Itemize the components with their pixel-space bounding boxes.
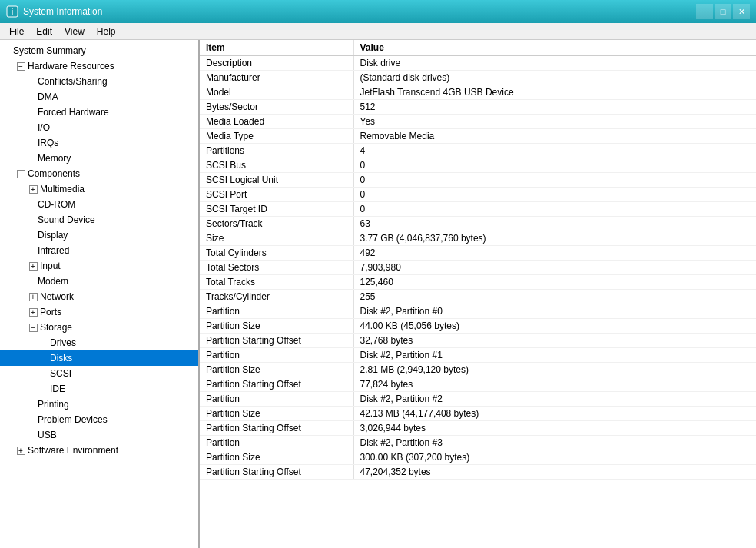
- table-row: Partition Size300.00 KB (307,200 bytes): [200, 450, 756, 465]
- table-row: Sectors/Track63: [200, 217, 756, 231]
- tree-item-dma[interactable]: DMA: [0, 89, 198, 105]
- cell-value-10: 0: [353, 202, 756, 217]
- expand-icon-conflicts: [28, 75, 38, 88]
- cell-value-26: Disk #2, Partition #3: [353, 436, 756, 450]
- menu-item-edit[interactable]: Edit: [30, 25, 58, 38]
- detail-panel: Item Value DescriptionDisk driveManufact…: [200, 40, 756, 548]
- cell-item-3: Bytes/Sector: [200, 100, 353, 115]
- tree-item-sound-device[interactable]: Sound Device: [0, 212, 198, 228]
- tree-item-scsi[interactable]: SCSI: [0, 366, 198, 381]
- cell-value-11: 63: [353, 217, 756, 231]
- cell-item-17: Partition: [200, 304, 353, 319]
- expand-icon-multimedia[interactable]: +: [28, 183, 40, 195]
- cell-value-23: Disk #2, Partition #2: [353, 392, 756, 407]
- tree-item-disks[interactable]: Disks: [0, 350, 198, 366]
- cell-value-5: Removable Media: [353, 129, 756, 144]
- expand-icon-system-summary: [3, 45, 13, 57]
- table-row: Partition Starting Offset47,204,352 byte…: [200, 465, 756, 480]
- table-row: SCSI Bus0: [200, 158, 756, 173]
- tree-panel[interactable]: System Summary−Hardware ResourcesConflic…: [0, 40, 200, 548]
- tree-item-multimedia[interactable]: +Multimedia: [0, 181, 198, 197]
- tree-label-storage: Storage: [40, 322, 72, 333]
- table-row: PartitionDisk #2, Partition #1: [200, 348, 756, 363]
- expand-icon-irqs: [28, 137, 38, 149]
- expand-icon-software-environment[interactable]: +: [15, 444, 28, 457]
- expand-icon-ide: [40, 383, 50, 395]
- table-row: SCSI Port0: [200, 188, 756, 202]
- menu-item-view[interactable]: View: [58, 25, 91, 38]
- table-row: SCSI Target ID0: [200, 202, 756, 217]
- tree-label-display: Display: [38, 230, 68, 241]
- tree-item-ports[interactable]: +Ports: [0, 304, 198, 320]
- tree-label-dma: DMA: [38, 91, 58, 102]
- expand-icon-problem-devices: [28, 413, 38, 426]
- tree-item-input[interactable]: +Input: [0, 258, 198, 274]
- tree-item-storage[interactable]: −Storage: [0, 320, 198, 335]
- cell-value-4: Yes: [353, 115, 756, 129]
- cell-item-26: Partition: [200, 436, 353, 450]
- tree-item-io[interactable]: I/O: [0, 120, 198, 135]
- menu-item-help[interactable]: Help: [91, 25, 122, 38]
- tree-label-infrared: Infrared: [38, 245, 69, 256]
- cell-value-25: 3,026,944 bytes: [353, 421, 756, 436]
- expand-icon-input[interactable]: +: [28, 260, 40, 272]
- tree-item-display[interactable]: Display: [0, 228, 198, 243]
- tree-item-ide[interactable]: IDE: [0, 381, 198, 397]
- maximize-button[interactable]: □: [715, 4, 731, 19]
- cell-value-17: Disk #2, Partition #0: [353, 304, 756, 319]
- close-button[interactable]: ✕: [733, 4, 750, 19]
- cell-item-0: Description: [200, 56, 353, 71]
- tree-label-multimedia: Multimedia: [40, 184, 85, 194]
- expand-icon-infrared: [28, 244, 38, 257]
- table-row: Partition Size42.13 MB (44,177,408 bytes…: [200, 407, 756, 421]
- tree-item-network[interactable]: +Network: [0, 289, 198, 304]
- expand-icon-forced-hardware: [28, 106, 38, 118]
- tree-item-software-environment[interactable]: +Software Environment: [0, 443, 198, 458]
- tree-item-components[interactable]: −Components: [0, 166, 198, 181]
- menu-item-file[interactable]: File: [3, 25, 30, 38]
- cell-value-16: 255: [353, 290, 756, 304]
- cell-value-19: 32,768 bytes: [353, 334, 756, 348]
- expand-icon-components[interactable]: −: [15, 168, 28, 180]
- cell-item-28: Partition Starting Offset: [200, 465, 353, 480]
- table-row: PartitionDisk #2, Partition #0: [200, 304, 756, 319]
- table-row: Manufacturer(Standard disk drives): [200, 71, 756, 85]
- tree-item-infrared[interactable]: Infrared: [0, 243, 198, 258]
- cell-item-6: Partitions: [200, 144, 353, 158]
- expand-icon-hardware-resources[interactable]: −: [15, 60, 28, 72]
- cell-item-23: Partition: [200, 392, 353, 407]
- tree-item-usb[interactable]: USB: [0, 427, 198, 443]
- tree-item-problem-devices[interactable]: Problem Devices: [0, 412, 198, 427]
- tree-item-drives[interactable]: Drives: [0, 335, 198, 350]
- tree-item-conflicts[interactable]: Conflicts/Sharing: [0, 74, 198, 89]
- expand-icon-network[interactable]: +: [28, 291, 40, 303]
- tree-item-system-summary[interactable]: System Summary: [0, 43, 198, 58]
- expand-icon-storage[interactable]: −: [28, 321, 40, 334]
- window-controls: ─ □ ✕: [696, 4, 750, 19]
- tree-item-memory[interactable]: Memory: [0, 151, 198, 166]
- table-row: Partitions4: [200, 144, 756, 158]
- expand-icon-ports[interactable]: +: [28, 306, 40, 318]
- table-row: SCSI Logical Unit0: [200, 173, 756, 188]
- tree-item-modem[interactable]: Modem: [0, 274, 198, 289]
- tree-item-hardware-resources[interactable]: −Hardware Resources: [0, 58, 198, 74]
- cell-item-4: Media Loaded: [200, 115, 353, 129]
- tree-item-cdrom[interactable]: CD-ROM: [0, 197, 198, 212]
- minimize-button[interactable]: ─: [696, 4, 713, 19]
- cell-item-18: Partition Size: [200, 319, 353, 334]
- tree-label-usb: USB: [38, 430, 57, 440]
- cell-item-27: Partition Size: [200, 450, 353, 465]
- tree-label-io: I/O: [38, 122, 50, 133]
- tree-label-network: Network: [40, 291, 74, 302]
- tree-item-forced-hardware[interactable]: Forced Hardware: [0, 105, 198, 120]
- column-value: Value: [353, 40, 756, 56]
- table-row: Size3.77 GB (4,046,837,760 bytes): [200, 231, 756, 246]
- table-row: Tracks/Cylinder255: [200, 290, 756, 304]
- tree-item-irqs[interactable]: IRQs: [0, 135, 198, 151]
- expand-icon-disks: [40, 352, 50, 364]
- tree-item-printing[interactable]: Printing: [0, 397, 198, 412]
- cell-item-21: Partition Size: [200, 363, 353, 377]
- cell-value-3: 512: [353, 100, 756, 115]
- table-row: Media LoadedYes: [200, 115, 756, 129]
- tree-label-modem: Modem: [38, 276, 68, 287]
